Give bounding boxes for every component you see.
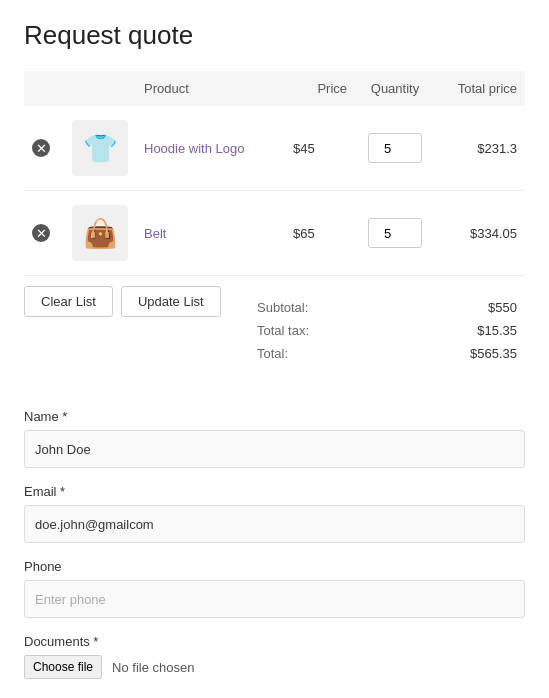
col-header-price: Price [285,71,355,106]
quote-table: Product Price Quantity Total price ✕ 👕 H… [24,71,525,276]
subtotal-row: Subtotal: $550 [257,296,517,319]
col-header-product: Product [136,71,285,106]
product-qty-cell [355,191,435,276]
quantity-input[interactable] [368,218,422,248]
file-input-row: Choose file No file chosen [24,655,525,679]
email-label: Email * [24,484,525,499]
product-thumbnail: 👜 [72,205,128,261]
clear-list-button[interactable]: Clear List [24,286,113,317]
product-price: $45 [285,106,355,191]
phone-input[interactable] [24,580,525,618]
product-total: $334.05 [435,191,525,276]
email-group: Email * [24,484,525,543]
tax-row: Total tax: $15.35 [257,319,517,342]
product-thumb-emoji: 👜 [83,217,118,250]
col-header-total: Total price [435,71,525,106]
page-title: Request quote [24,20,525,51]
name-input[interactable] [24,430,525,468]
documents-group: Documents * Choose file No file chosen [24,634,525,679]
product-total: $231.3 [435,106,525,191]
phone-label: Phone [24,559,525,574]
name-group: Name * [24,409,525,468]
documents-label: Documents * [24,634,525,649]
table-row: ✕ 👕 Hoodie with Logo $45 $231.3 [24,106,525,191]
choose-file-button[interactable]: Choose file [24,655,102,679]
no-file-chosen-text: No file chosen [112,660,194,675]
quantity-input[interactable] [368,133,422,163]
product-qty-cell [355,106,435,191]
product-price: $65 [285,191,355,276]
totals-section: Subtotal: $550 Total tax: $15.35 Total: … [257,286,525,385]
remove-icon: ✕ [32,224,50,242]
email-input[interactable] [24,505,525,543]
product-thumb-emoji: 👕 [83,132,118,165]
total-value: $565.35 [470,346,517,361]
product-thumbnail: 👕 [72,120,128,176]
remove-row-button[interactable]: ✕ [32,139,50,157]
form-section: Name * Email * Phone Documents * Choose … [24,409,525,679]
subtotal-label: Subtotal: [257,300,308,315]
product-link[interactable]: Hoodie with Logo [144,141,244,156]
remove-row-button[interactable]: ✕ [32,224,50,242]
total-label: Total: [257,346,288,361]
col-header-quantity: Quantity [355,71,435,106]
phone-group: Phone [24,559,525,618]
tax-value: $15.35 [477,323,517,338]
update-list-button[interactable]: Update List [121,286,221,317]
total-row: Total: $565.35 [257,342,517,365]
remove-icon: ✕ [32,139,50,157]
subtotal-value: $550 [488,300,517,315]
name-label: Name * [24,409,525,424]
table-row: ✕ 👜 Belt $65 $334.05 [24,191,525,276]
tax-label: Total tax: [257,323,309,338]
product-link[interactable]: Belt [144,226,166,241]
table-actions: Clear List Update List [24,286,229,317]
